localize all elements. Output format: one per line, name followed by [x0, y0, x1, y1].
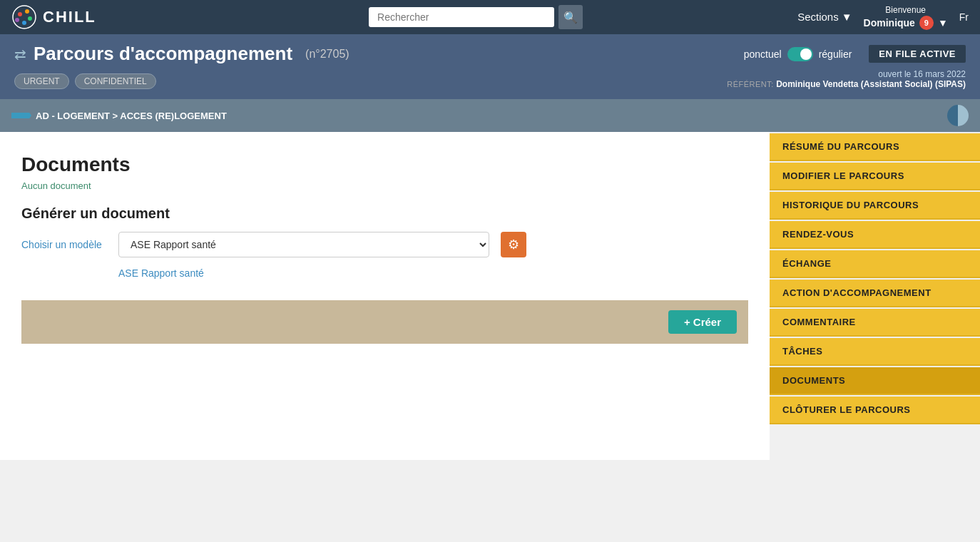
urgent-tag: URGENT [14, 73, 69, 89]
svg-point-0 [13, 6, 36, 29]
ponctuel-regulier-toggle[interactable] [787, 47, 813, 61]
sidebar-item-label: HISTORIQUE DU PARCOURS [782, 200, 919, 210]
breadcrumb-bar: AD - LOGEMENT > ACCES (RE)LOGEMENT [0, 99, 980, 132]
confidentiel-tag: CONFIDENTIEL [75, 73, 156, 89]
sidebar-item-resume[interactable]: RÉSUMÉ DU PARCOURS [770, 133, 980, 161]
main-layout: Documents Aucun document Générer un docu… [0, 132, 980, 460]
choisir-row: Choisir un modèle ASE Rapport santé ⚙ [21, 232, 748, 257]
header-band: ⇄ Parcours d'accompagnement (n°2705) pon… [0, 34, 980, 99]
search-area: 🔍 [163, 5, 789, 29]
top-navigation: CHILL 🔍 Sections ▼ Bienvenue Dominique 9… [0, 0, 980, 34]
svg-point-5 [15, 18, 19, 22]
parcours-number: (n°2705) [305, 48, 349, 61]
referent-label: RÉFÉRENT: [727, 80, 774, 88]
bienvenue-label: Bienvenue [864, 4, 948, 16]
sidebar-item-label: COMMENTAIRE [782, 317, 856, 327]
gear-button[interactable]: ⚙ [501, 232, 526, 257]
chill-logo-icon [11, 4, 37, 30]
status-badge: EN FILE ACTIVE [869, 45, 966, 63]
tags-row: URGENT CONFIDENTIEL [14, 73, 156, 89]
toggle-right-label: régulier [819, 48, 852, 60]
model-select[interactable]: ASE Rapport santé [118, 232, 489, 257]
ase-rapport-link[interactable]: ASE Rapport santé [118, 267, 748, 279]
header-meta: ouvert le 16 mars 2022 RÉFÉRENT: Dominiq… [727, 69, 966, 89]
user-menu[interactable]: Dominique 9 ▼ [864, 16, 948, 30]
choisir-label: Choisir un modèle [21, 239, 107, 250]
sidebar-item-label: ÉCHANGE [782, 258, 832, 269]
sidebar-item-action[interactable]: ACTION D'ACCOMPAGNEMENT [770, 280, 980, 307]
sidebar-item-label: MODIFIER LE PARCOURS [782, 170, 904, 181]
sidebar-item-taches[interactable]: TÂCHES [770, 338, 980, 366]
sidebar-item-rendezvous[interactable]: RENDEZ-VOUS [770, 221, 980, 249]
sidebar-item-label: ACTION D'ACCOMPAGNEMENT [782, 287, 931, 298]
search-button[interactable]: 🔍 [558, 5, 583, 29]
breadcrumb-text: AD - LOGEMENT > ACCES (RE)LOGEMENT [36, 111, 227, 121]
sidebar-item-modifier[interactable]: MODIFIER LE PARCOURS [770, 163, 980, 190]
language-button[interactable]: Fr [959, 11, 969, 23]
notification-badge: 9 [919, 16, 934, 30]
parcours-title: Parcours d'accompagnement [34, 43, 292, 65]
documents-title: Documents [21, 153, 748, 176]
svg-point-2 [25, 9, 29, 14]
chevron-down-icon: ▼ [938, 16, 948, 31]
sidebar-item-cloturer[interactable]: CLÔTURER LE PARCOURS [770, 397, 980, 424]
opened-date: ouvert le 16 mars 2022 [727, 69, 966, 79]
svg-point-4 [22, 21, 26, 25]
theme-toggle-icon[interactable] [947, 105, 969, 126]
sidebar-item-historique[interactable]: HISTORIQUE DU PARCOURS [770, 192, 980, 220]
sidebar: RÉSUMÉ DU PARCOURS MODIFIER LE PARCOURS … [770, 132, 980, 460]
sidebar-item-documents[interactable]: DOCUMENTS [770, 367, 980, 395]
svg-point-1 [18, 12, 22, 16]
toggle-row: ponctuel régulier EN FILE ACTIVE [744, 45, 966, 63]
sidebar-item-echange[interactable]: ÉCHANGE [770, 250, 980, 278]
breadcrumb-arrow [11, 113, 31, 118]
referent-name: Dominique Vendetta (Assistant Social) (S… [776, 79, 966, 89]
logo-area: CHILL [11, 4, 154, 30]
chevron-down-icon: ▼ [842, 11, 852, 23]
creer-button[interactable]: + Créer [668, 310, 737, 334]
sidebar-item-commentaire[interactable]: COMMENTAIRE [770, 309, 980, 337]
header-right: ponctuel régulier EN FILE ACTIVE [744, 45, 966, 63]
sections-label: Sections [797, 11, 839, 23]
svg-point-3 [28, 16, 32, 21]
sidebar-item-label: DOCUMENTS [782, 375, 845, 386]
bienvenue-area: Bienvenue Dominique 9 ▼ [864, 4, 948, 31]
parcours-title-area: ⇄ Parcours d'accompagnement (n°2705) [14, 43, 349, 65]
toggle-left-label: ponctuel [744, 48, 782, 60]
logo-text: CHILL [43, 8, 96, 26]
search-icon: 🔍 [563, 11, 578, 24]
create-bar: + Créer [21, 300, 748, 344]
aucun-document: Aucun document [21, 180, 748, 191]
generer-title: Générer un document [21, 205, 748, 222]
nav-right: Sections ▼ Bienvenue Dominique 9 ▼ Fr [797, 4, 969, 31]
shuffle-icon: ⇄ [14, 46, 26, 63]
sidebar-item-label: TÂCHES [782, 346, 822, 357]
content-area: Documents Aucun document Générer un docu… [0, 132, 770, 460]
user-name: Dominique [864, 16, 915, 31]
gear-icon: ⚙ [508, 237, 519, 252]
sections-button[interactable]: Sections ▼ [797, 11, 852, 23]
sidebar-item-label: RENDEZ-VOUS [782, 229, 854, 240]
sidebar-item-label: RÉSUMÉ DU PARCOURS [782, 141, 899, 152]
sidebar-item-label: CLÔTURER LE PARCOURS [782, 404, 910, 415]
breadcrumb: AD - LOGEMENT > ACCES (RE)LOGEMENT [11, 111, 227, 121]
search-input[interactable] [369, 7, 554, 27]
